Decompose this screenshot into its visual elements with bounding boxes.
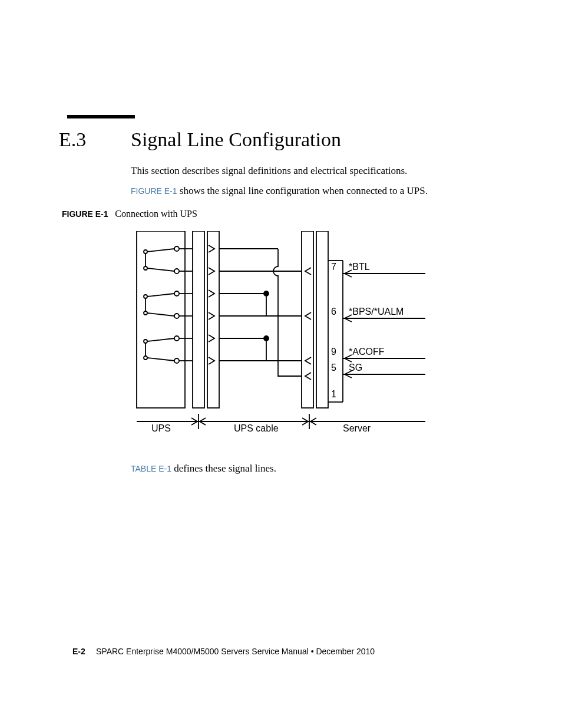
svg-line-18 <box>147 313 174 316</box>
svg-point-13 <box>174 314 179 318</box>
signal-name: *BTL <box>349 262 370 272</box>
svg-rect-0 <box>137 231 185 408</box>
diagram-label-ups: UPS <box>151 423 171 434</box>
section-number: E.3 <box>59 129 86 151</box>
svg-point-5 <box>174 246 179 251</box>
footer-text: SPARC Enterprise M4000/M5000 Servers Ser… <box>96 647 375 656</box>
svg-point-23 <box>144 356 147 360</box>
diagram-label-server: Server <box>343 423 371 434</box>
svg-line-17 <box>147 294 174 297</box>
section-rule <box>67 115 135 118</box>
signal-name: *BPS/*UALM <box>349 307 404 317</box>
svg-line-25 <box>147 358 174 361</box>
svg-point-22 <box>144 340 147 343</box>
after-figure-paragraph: TABLE E-1 defines these signal lines. <box>131 463 276 475</box>
signal-name: *ACOFF <box>349 347 384 357</box>
svg-point-12 <box>174 291 179 296</box>
pin-number: 5 <box>331 363 336 373</box>
svg-point-15 <box>144 295 147 298</box>
after-fig-rest: defines these signal lines. <box>171 463 276 474</box>
intro-paragraph-1: This section describes signal definition… <box>131 164 407 178</box>
svg-point-8 <box>144 250 147 253</box>
intro-2-rest: shows the signal line configuration when… <box>177 185 428 196</box>
pin-number: 1 <box>331 389 336 400</box>
svg-line-24 <box>147 338 174 341</box>
svg-rect-1 <box>193 231 204 408</box>
diagram-label-cable: UPS cable <box>234 423 279 434</box>
figure-label-row: FIGURE E-1 Connection with UPS <box>62 209 197 219</box>
pin-number: 9 <box>331 347 336 357</box>
svg-point-9 <box>144 266 147 270</box>
table-cross-ref[interactable]: TABLE E-1 <box>131 464 171 473</box>
svg-line-10 <box>147 249 174 252</box>
svg-rect-4 <box>316 231 328 408</box>
section-title: Signal Line Configuration <box>131 129 341 151</box>
figure-diagram: 7 6 9 5 1 *BTL *BPS/*UALM *ACOFF SG UPS … <box>131 231 425 437</box>
footer-page-number: E-2 <box>72 647 85 656</box>
pin-number: 7 <box>331 262 336 272</box>
svg-rect-3 <box>302 231 313 408</box>
pin-number: 6 <box>331 307 336 317</box>
svg-point-16 <box>144 311 147 315</box>
figure-caption: Connection with UPS <box>115 209 197 219</box>
svg-point-19 <box>174 336 179 341</box>
svg-point-20 <box>174 358 179 363</box>
svg-line-11 <box>147 268 174 271</box>
intro-paragraph-2: FIGURE E-1 shows the signal line configu… <box>131 185 428 197</box>
svg-point-6 <box>174 269 179 274</box>
figure-cross-ref[interactable]: FIGURE E-1 <box>131 186 177 196</box>
signal-name: SG <box>349 363 362 373</box>
figure-label-prefix: FIGURE E-1 <box>62 209 108 219</box>
